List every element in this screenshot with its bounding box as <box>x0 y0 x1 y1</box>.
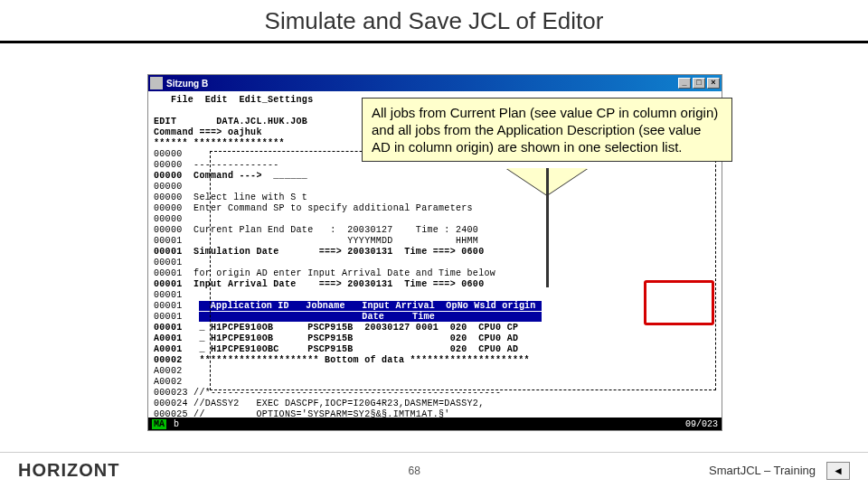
maximize-button[interactable]: □ <box>693 78 705 89</box>
col-headers: Application ID Jobname Input Arrival OpN… <box>199 301 541 311</box>
sim-date[interactable]: 00001 Simulation Date ===> 20030131 Time… <box>154 247 716 258</box>
window-icon <box>150 77 163 89</box>
jcl-25: 000025 // OPTIONS='SYSPARM=SY2§&§.IMTM1A… <box>154 409 716 418</box>
instr-sp: 00000 Enter Command SP to specify additi… <box>154 203 716 214</box>
jcl-23: 000023 //*------------------------------… <box>154 388 716 399</box>
footer-brand: HORIZONT <box>18 460 119 481</box>
title-rule <box>0 41 868 43</box>
cp-end-date: 00000 Current Plan End Date : 20030127 T… <box>154 225 716 236</box>
highlight-origin-column <box>644 280 714 325</box>
slide-title: Simulate and Save JCL of Editor <box>0 0 868 41</box>
instr-select: 00000 Select line with S t <box>154 192 716 203</box>
list-row-1[interactable]: 00001 _ H1PCPE910OB PSCP915B 20030127 00… <box>154 323 716 333</box>
status-ma: MA <box>152 419 166 429</box>
list-header2: 00001 Date Time <box>154 312 716 323</box>
line-blank: 00000 <box>154 182 716 192</box>
input-arrival[interactable]: 00001 Input Arrival Date ===> 20030131 T… <box>154 279 716 290</box>
minimize-button[interactable]: _ <box>678 78 691 89</box>
list-header: 00001 Application ID Jobname Input Arriv… <box>154 301 716 312</box>
origin-ad-note: 00001 for origin AD enter Input Arrival … <box>154 268 716 279</box>
status-bar: MA b 09/023 <box>148 418 722 430</box>
line-a0002-2: A0002 <box>154 377 716 388</box>
jcl-24: 000024 //DASSY2 EXEC DASCPF,IOCP=I20G4R2… <box>154 399 716 409</box>
arrow-left-icon: ◄ <box>833 465 844 477</box>
list-row-2[interactable]: A0001 _ H1PCPE910OB PSCP915B 020 CPU0 AD <box>154 333 716 344</box>
window-titlebar[interactable]: Sitzung B _ □ × <box>148 75 722 91</box>
callout-box: All jobs from Current Plan (see value CP… <box>362 98 732 162</box>
panel-bottom: 00002 ********************* Bottom of da… <box>154 355 716 366</box>
callout-leader-line <box>546 168 549 287</box>
date-fmt: 00001 YYYYMMDD HHMM <box>154 236 716 247</box>
footer-product: SmartJCL – Training <box>709 464 816 477</box>
panel-command[interactable]: 00000 Command ---> ______ <box>154 171 716 182</box>
status-cursor: 09/023 <box>685 419 718 429</box>
page-number: 68 <box>409 465 420 477</box>
slide-footer: HORIZONT 68 SmartJCL – Training ◄ <box>0 452 868 488</box>
line-blank2: 00000 <box>154 214 716 225</box>
window-title: Sitzung B <box>166 79 678 89</box>
close-button[interactable]: × <box>707 78 720 89</box>
line-blank4: 00001 <box>154 290 716 301</box>
col-headers-2: Date Time <box>199 312 541 322</box>
line-blank3: 00001 <box>154 258 716 268</box>
prev-slide-button[interactable]: ◄ <box>826 462 850 480</box>
status-session: b <box>174 419 179 429</box>
line-a0002: A0002 <box>154 366 716 377</box>
callout-text: All jobs from Current Plan (see value CP… <box>372 105 718 155</box>
list-row-3[interactable]: A0001 _ H1PCPE910OBC PSCP915B 020 CPU0 A… <box>154 344 716 355</box>
